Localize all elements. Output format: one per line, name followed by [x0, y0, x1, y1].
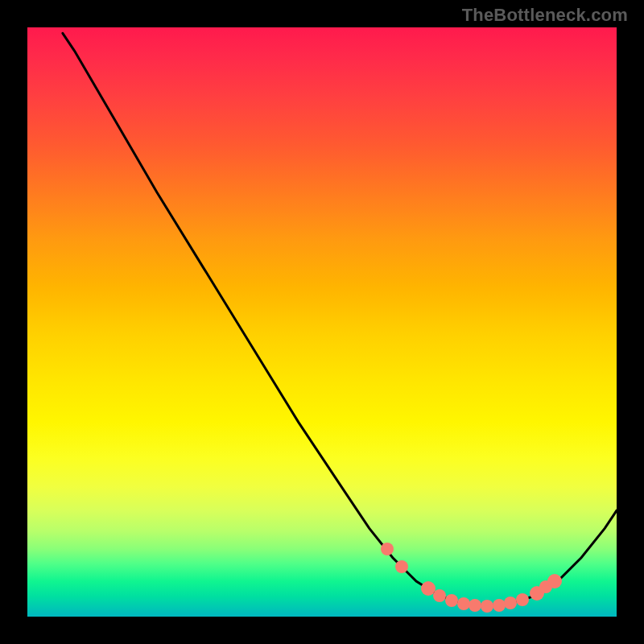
chart-marker: [547, 574, 562, 588]
attribution-text: TheBottleneck.com: [462, 5, 628, 26]
chart-marker: [504, 597, 517, 609]
chart-marker: [481, 600, 493, 613]
chart-marker: [395, 560, 408, 573]
chart-marker: [381, 543, 394, 555]
chart-marker: [433, 589, 446, 602]
chart-marker: [445, 594, 458, 607]
chart-markers: [27, 27, 617, 617]
chart-marker: [457, 597, 470, 610]
chart-marker: [469, 599, 481, 612]
chart-marker: [493, 599, 506, 612]
plot-area: [27, 27, 617, 617]
chart-marker: [516, 593, 529, 606]
